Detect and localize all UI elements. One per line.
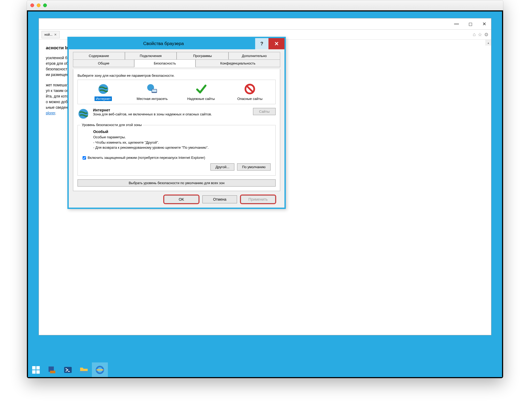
protected-mode-row[interactable]: Включить защищенный режим (потребуется п… (83, 156, 271, 160)
zone-list: Интернет Местная интрасеть Надежные сайт… (78, 80, 276, 104)
svg-rect-2 (32, 370, 36, 374)
mac-window: — ◻ ✕ ной... ✕ ⌂ ☆ ⚙ ▴ асности Internet … (27, 0, 503, 378)
zone-label: Надежные сайты (177, 97, 225, 101)
windows-logo-icon (31, 365, 40, 374)
cancel-button[interactable]: Отмена (202, 195, 237, 203)
ie-tab[interactable]: ной... ✕ (42, 31, 60, 38)
dialog-title: Свойства браузера (72, 41, 255, 46)
check-icon (195, 83, 207, 95)
forbidden-icon (244, 83, 256, 95)
taskbar-ie[interactable] (92, 362, 108, 377)
powershell-icon (63, 365, 72, 374)
tab-advanced[interactable]: Дополнительно (229, 52, 280, 59)
windows-desktop: — ◻ ✕ ной... ✕ ⌂ ☆ ⚙ ▴ асности Internet … (27, 10, 503, 378)
zone-prompt: Выберите зону для настройки ее параметро… (78, 74, 276, 78)
svg-rect-12 (152, 90, 157, 92)
security-tab-panel: Выберите зону для настройки ее параметро… (73, 69, 280, 191)
svg-point-15 (79, 109, 88, 119)
browser-properties-dialog: Свойства браузера ? ✕ Содержание Подключ… (67, 37, 286, 209)
taskbar-server-manager[interactable] (44, 362, 60, 377)
reset-all-zones-button[interactable]: Выбрать уровень безопасности по умолчани… (78, 179, 276, 187)
start-button[interactable] (28, 362, 44, 377)
zone-trusted[interactable]: Надежные сайты (177, 82, 226, 102)
zone-label: Местная интрасеть (128, 97, 176, 101)
ie-minimize-button[interactable]: — (450, 18, 463, 29)
link-manage-cont[interactable]: plorer (46, 111, 55, 115)
tab-security[interactable]: Безопасность (134, 59, 195, 67)
zone-info: Интернет Зона для веб-сайтов, не включен… (78, 108, 276, 120)
ie-tab-close-icon[interactable]: ✕ (54, 33, 57, 37)
ie-icon (95, 365, 104, 374)
security-level-group: Уровень безопасности для этой зоны Особы… (78, 125, 276, 176)
tab-privacy[interactable]: Конфиденциальность (195, 59, 280, 67)
apply-button[interactable]: Применить (241, 195, 275, 203)
dialog-titlebar[interactable]: Свойства браузера ? ✕ (69, 38, 284, 49)
dialog-tabs: Содержание Подключения Программы Дополни… (73, 52, 280, 67)
zone-intranet[interactable]: Местная интрасеть (128, 82, 177, 102)
fieldset-legend: Уровень безопасности для этой зоны (80, 123, 143, 127)
taskbar-powershell[interactable] (60, 362, 76, 377)
ie-toolbar-icons: ⌂ ☆ ⚙ (473, 32, 488, 38)
dialog-footer: OK Отмена Применить (73, 191, 280, 203)
tab-connections[interactable]: Подключения (125, 52, 177, 59)
taskbar-explorer[interactable] (76, 362, 92, 377)
level-title: Особый (93, 130, 108, 134)
dialog-help-button[interactable]: ? (255, 38, 268, 49)
home-icon[interactable]: ⌂ (473, 32, 476, 38)
svg-rect-1 (36, 366, 40, 369)
taskbar (28, 362, 502, 377)
gear-icon[interactable]: ⚙ (484, 32, 488, 38)
svg-rect-5 (50, 370, 55, 373)
ie-titlebar: — ◻ ✕ (39, 18, 491, 30)
ie-maximize-button[interactable]: ◻ (463, 18, 477, 29)
level-description: Особый Особые параметры. - Чтобы изменит… (93, 129, 271, 150)
globe-icon (78, 108, 89, 120)
zone-internet[interactable]: Интернет (79, 82, 128, 102)
svg-point-9 (98, 84, 108, 94)
sites-button[interactable]: Сайты (253, 108, 276, 115)
tab-content[interactable]: Содержание (73, 52, 125, 59)
folder-icon (79, 365, 88, 374)
svg-rect-7 (80, 371, 88, 373)
tab-programs[interactable]: Программы (177, 52, 229, 59)
zone-info-desc: Зона для веб-сайтов, не включенных в зон… (93, 112, 212, 116)
custom-level-button[interactable]: Другой... (210, 163, 234, 171)
server-manager-icon (47, 365, 56, 374)
ie-tab-label: ной... (44, 33, 52, 37)
svg-line-14 (247, 86, 253, 92)
mac-close-button[interactable] (30, 3, 34, 7)
ok-button[interactable]: OK (164, 195, 199, 203)
scroll-up-icon[interactable]: ▴ (485, 40, 491, 46)
ie-close-button[interactable]: ✕ (477, 18, 491, 29)
dialog-body: Содержание Подключения Программы Дополни… (69, 49, 284, 208)
default-level-button[interactable]: По умолчанию (237, 163, 271, 171)
zone-label: Интернет (95, 96, 112, 101)
mac-titlebar (27, 0, 503, 10)
svg-rect-0 (32, 366, 36, 369)
globe-monitor-icon (146, 83, 158, 95)
mac-minimize-button[interactable] (37, 3, 40, 7)
protected-mode-label: Включить защищенный режим (потребуется п… (88, 156, 205, 160)
mac-zoom-button[interactable] (43, 3, 47, 7)
protected-mode-checkbox[interactable] (83, 156, 86, 160)
tab-general[interactable]: Общие (73, 59, 134, 67)
svg-rect-3 (36, 370, 40, 374)
zone-label: Опасные сайты (226, 97, 274, 101)
zone-info-name: Интернет (93, 108, 110, 112)
zone-restricted[interactable]: Опасные сайты (226, 82, 275, 102)
dialog-close-button[interactable]: ✕ (268, 38, 284, 49)
globe-icon (97, 83, 109, 95)
favorites-icon[interactable]: ☆ (478, 32, 482, 38)
